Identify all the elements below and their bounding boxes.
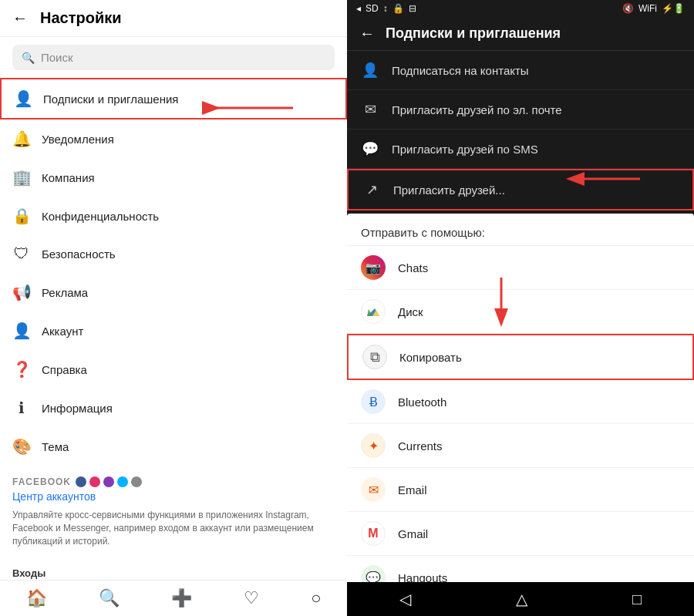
favorites-nav-icon[interactable]: ♡ [244, 588, 259, 608]
recents-nav-icon[interactable]: □ [632, 591, 642, 608]
share-item-label: Копировать [399, 351, 462, 364]
sd-icon: SD [366, 3, 379, 14]
add-nav-icon[interactable]: ➕ [171, 588, 192, 608]
share-modal: Отправить с помощью: 📷 Chats Диск [347, 214, 694, 616]
right-header: ← Подписки и приглашения [347, 17, 694, 51]
share-item-currents[interactable]: ✦ Currents [347, 424, 694, 468]
signal-icon: ◂ [356, 3, 361, 14]
share-item-label: Chats [398, 261, 428, 274]
right-menu-item-invite-email[interactable]: ✉ Пригласить друзей по эл. почте [347, 90, 694, 130]
notifications-icon: 🔔 [12, 130, 31, 148]
left-header: ← Настройки [0, 0, 347, 37]
menu-item-label: Подписки и приглашения [43, 93, 178, 106]
share-item-copy[interactable]: ⧉ Копировать [347, 334, 694, 380]
help-icon: ❓ [12, 360, 31, 379]
right-menu-label: Пригласить друзей... [393, 183, 505, 197]
account-center-desc: Управляйте кросс-сервисными функциями в … [12, 506, 335, 555]
drive-icon [361, 299, 386, 324]
right-menu-item-subscribe[interactable]: 👤 Подписаться на контакты [347, 51, 694, 90]
right-menu-label: Подписаться на контакты [392, 64, 529, 77]
share-item-label: Email [398, 483, 427, 497]
invite-friends-icon: ↗ [362, 181, 381, 198]
right-bottom-nav: ◁ △ □ [347, 582, 694, 616]
menu-item-notifications[interactable]: 🔔 Уведомления [0, 119, 347, 158]
share-item-label: Currents [398, 439, 443, 453]
facebook-section: FACEBOOK Центр аккаунтов Управляйте крос… [0, 466, 347, 560]
left-bottom-nav: 🏠 🔍 ➕ ♡ ○ [0, 580, 347, 616]
currents-icon: ✦ [361, 433, 386, 458]
menu-item-security[interactable]: 🛡 Безопасность [0, 235, 347, 273]
facebook-title: FACEBOOK [12, 476, 335, 487]
menu-item-theme[interactable]: 🎨 Тема [0, 427, 347, 466]
right-menu-item-invite-friends[interactable]: ↗ Пригласить друзей... [347, 169, 694, 210]
share-item-drive[interactable]: Диск [347, 290, 694, 334]
share-item-label: Bluetooth [398, 396, 446, 409]
menu-item-label: Аккаунт [42, 325, 83, 338]
menu-item-subscriptions[interactable]: 👤 Подписки и приглашения [0, 78, 347, 119]
menu-item-label: Компания [42, 171, 95, 184]
volume-icon: 🔇 [622, 3, 634, 14]
right-menu-item-invite-sms[interactable]: 💬 Пригласить друзей по SMS [347, 130, 694, 169]
share-item-bluetooth[interactable]: Ƀ Bluetooth [347, 380, 694, 424]
menu-item-company[interactable]: 🏢 Компания [0, 158, 347, 197]
right-menu-label: Пригласить друзей по SMS [392, 143, 538, 156]
profile-nav-icon[interactable]: ○ [311, 588, 321, 608]
bluetooth-icon: Ƀ [361, 389, 386, 414]
share-item-label: Gmail [398, 527, 428, 540]
menu-item-privacy[interactable]: 🔒 Конфиденциальность [0, 197, 347, 235]
share-item-label: Диск [398, 305, 423, 318]
data-icon: ↕ [383, 3, 388, 14]
subscriptions-icon: 👤 [14, 89, 32, 108]
left-panel: ← Настройки 🔍 Поиск 👤 Подписки и приглаш… [0, 0, 347, 616]
left-back-button[interactable]: ← [12, 9, 28, 27]
menu-item-label: Уведомления [42, 133, 114, 146]
wifi-icon: WiFi [638, 3, 657, 14]
menu-item-label: Информация [42, 402, 113, 415]
email-icon: ✉ [361, 477, 386, 502]
right-back-button[interactable]: ← [359, 25, 375, 42]
left-title: Настройки [40, 9, 122, 27]
search-bar[interactable]: 🔍 Поиск [12, 45, 335, 70]
menu-item-account[interactable]: 👤 Аккаунт [0, 311, 347, 350]
theme-icon: 🎨 [12, 437, 31, 456]
account-icon: 👤 [12, 321, 31, 340]
status-right: 🔇 WiFi ⚡🔋 [622, 3, 685, 14]
invite-sms-icon: 💬 [361, 140, 379, 157]
right-menu-label: Пригласить друзей по эл. почте [392, 103, 562, 116]
right-title: Подписки и приглашения [386, 25, 561, 42]
search-nav-icon[interactable]: 🔍 [99, 588, 120, 608]
status-left: ◂ SD ↕ 🔒 ⊟ [356, 3, 416, 14]
copy-icon: ⧉ [362, 345, 387, 369]
accounts-section-title: Входы [0, 560, 347, 580]
share-item-email[interactable]: ✉ Email [347, 468, 694, 512]
instagram-icon: 📷 [361, 255, 386, 280]
right-panel: ◂ SD ↕ 🔒 ⊟ 🔇 WiFi ⚡🔋 ← Подписки и пригла… [347, 0, 694, 616]
search-placeholder: Поиск [41, 51, 73, 64]
info-icon: ℹ [12, 399, 31, 417]
menu-item-label: Безопасность [42, 247, 116, 261]
ads-icon: 📢 [12, 283, 31, 301]
share-item-gmail[interactable]: M Gmail [347, 512, 694, 556]
menu-item-label: Справка [42, 363, 87, 376]
invite-email-icon: ✉ [361, 101, 379, 118]
subscribe-icon: 👤 [361, 62, 379, 79]
search-icon: 🔍 [22, 52, 35, 64]
share-item-chats[interactable]: 📷 Chats [347, 246, 694, 290]
account-center-link[interactable]: Центр аккаунтов [12, 487, 335, 506]
menu-item-info[interactable]: ℹ Информация [0, 389, 347, 427]
home-nav-icon-dark[interactable]: △ [516, 590, 527, 608]
privacy-icon: 🔒 [12, 207, 31, 225]
share-modal-title: Отправить с помощью: [347, 214, 694, 246]
left-menu-list: 👤 Подписки и приглашения 🔔 Уведомления 🏢… [0, 78, 347, 580]
lock-icon: 🔒 [392, 3, 404, 14]
battery-icon: ⚡🔋 [662, 3, 685, 14]
menu-item-label: Тема [42, 440, 69, 453]
menu-item-help[interactable]: ❓ Справка [0, 350, 347, 389]
home-nav-icon[interactable]: 🏠 [26, 588, 47, 608]
company-icon: 🏢 [12, 168, 31, 187]
gmail-icon: M [361, 521, 386, 546]
menu-item-ads[interactable]: 📢 Реклама [0, 273, 347, 311]
menu-item-label: Конфиденциальность [42, 210, 159, 223]
back-nav-icon[interactable]: ◁ [399, 590, 411, 608]
status-bar: ◂ SD ↕ 🔒 ⊟ 🔇 WiFi ⚡🔋 [347, 0, 694, 17]
